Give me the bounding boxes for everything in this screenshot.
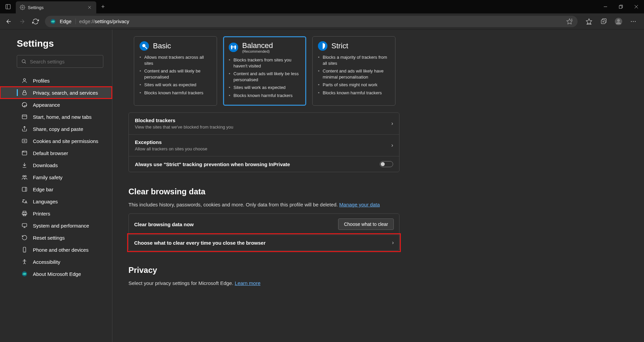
sidebar-item-start-home-and-new-tabs[interactable]: Start, home, and new tabs bbox=[0, 111, 112, 123]
chevron-right-icon: › bbox=[392, 240, 394, 246]
lock-icon bbox=[21, 90, 28, 96]
printer-icon bbox=[21, 210, 28, 216]
svg-point-25 bbox=[23, 79, 25, 81]
svg-rect-40 bbox=[23, 214, 26, 216]
manage-data-link[interactable]: Manage your data bbox=[339, 202, 380, 207]
collections-button[interactable] bbox=[597, 15, 610, 28]
clear-data-heading: Clear browsing data bbox=[128, 187, 644, 196]
sidebar-item-phone-and-other-devices[interactable]: Phone and other devices bbox=[0, 244, 112, 256]
svg-point-21 bbox=[633, 21, 634, 22]
edgebar-icon bbox=[21, 186, 28, 192]
sidebar-item-label: Reset settings bbox=[33, 235, 65, 241]
tracking-card-basic[interactable]: BasicAllows most trackers across all sit… bbox=[134, 36, 217, 106]
family-icon bbox=[21, 174, 28, 180]
sidebar-item-privacy-search-and-services[interactable]: Privacy, search, and services bbox=[0, 87, 112, 99]
close-tab-icon[interactable] bbox=[87, 5, 92, 10]
learn-more-link[interactable]: Learn more bbox=[235, 280, 261, 286]
sidebar-item-edge-bar[interactable]: Edge bar bbox=[0, 183, 112, 195]
svg-point-46 bbox=[24, 259, 25, 260]
maximize-button[interactable] bbox=[613, 0, 629, 13]
svg-rect-36 bbox=[22, 187, 27, 191]
language-icon bbox=[21, 198, 28, 204]
svg-rect-41 bbox=[22, 224, 27, 227]
svg-point-23 bbox=[22, 60, 25, 63]
gear-icon bbox=[20, 5, 25, 10]
menu-button[interactable] bbox=[627, 15, 640, 28]
sidebar-item-printers[interactable]: Printers bbox=[0, 207, 112, 219]
tracking-card-strict[interactable]: StrictBlocks a majority of trackers from… bbox=[312, 36, 395, 106]
sidebar-item-label: Appearance bbox=[33, 102, 60, 108]
sidebar-item-label: Edge bar bbox=[33, 187, 53, 192]
address-bar[interactable]: Edge edge://settings/privacy bbox=[45, 16, 578, 27]
clear-on-close-row[interactable]: Choose what to clear every time you clos… bbox=[129, 235, 399, 250]
sidebar-item-label: Family safety bbox=[33, 175, 62, 180]
choose-what-to-clear-button[interactable]: Choose what to clear bbox=[338, 218, 394, 230]
privacy-desc: Select your privacy settings for Microso… bbox=[128, 280, 644, 286]
addr-url: edge://settings/privacy bbox=[79, 18, 129, 24]
svg-marker-10 bbox=[567, 18, 573, 24]
svg-rect-26 bbox=[23, 92, 26, 95]
cookie-icon bbox=[21, 138, 28, 144]
new-tab-button[interactable]: + bbox=[96, 0, 110, 13]
profile-button[interactable] bbox=[612, 15, 625, 28]
settings-heading: Settings bbox=[0, 38, 112, 55]
settings-search-input[interactable] bbox=[30, 59, 99, 64]
browser-icon bbox=[21, 150, 28, 156]
favorite-star-icon[interactable] bbox=[566, 18, 573, 25]
sidebar-item-label: Phone and other devices bbox=[33, 247, 89, 253]
card-icon bbox=[229, 43, 238, 52]
sidebar-item-label: Accessibility bbox=[33, 259, 60, 265]
svg-rect-33 bbox=[22, 151, 27, 155]
sidebar-item-label: Start, home, and new tabs bbox=[33, 114, 92, 120]
blocked-trackers-row[interactable]: Blocked trackers View the sites that we'… bbox=[129, 113, 399, 135]
sidebar-item-label: System and performance bbox=[33, 223, 89, 229]
refresh-button[interactable] bbox=[29, 15, 42, 28]
sidebar-item-default-browser[interactable]: Default browser bbox=[0, 147, 112, 159]
profile-icon bbox=[21, 78, 28, 84]
favorites-button[interactable] bbox=[582, 15, 596, 28]
back-button[interactable] bbox=[2, 15, 15, 28]
sidebar-item-system-and-performance[interactable]: System and performance bbox=[0, 219, 112, 232]
sidebar-item-accessibility[interactable]: Accessibility bbox=[0, 256, 112, 268]
sidebar-item-label: Share, copy and paste bbox=[33, 126, 83, 132]
sidebar-item-cookies-and-site-permissions[interactable]: Cookies and site permissions bbox=[0, 135, 112, 147]
svg-line-24 bbox=[25, 62, 26, 63]
search-icon bbox=[21, 59, 26, 64]
sidebar-item-label: Downloads bbox=[33, 162, 58, 168]
sidebar-item-profiles[interactable]: Profiles bbox=[0, 75, 112, 87]
reset-icon bbox=[21, 235, 28, 241]
sidebar-item-languages[interactable]: Languages bbox=[0, 195, 112, 207]
minimize-button[interactable] bbox=[598, 0, 613, 13]
window-icon bbox=[21, 114, 28, 120]
tracking-panel: Blocked trackers View the sites that we'… bbox=[128, 112, 399, 172]
edge-icon bbox=[21, 271, 28, 277]
sidebar-item-about-microsoft-edge[interactable]: About Microsoft Edge bbox=[0, 268, 112, 280]
svg-point-35 bbox=[25, 176, 26, 177]
clear-now-row: Clear browsing data now Choose what to c… bbox=[129, 214, 399, 235]
sidebar-item-downloads[interactable]: Downloads bbox=[0, 159, 112, 171]
phone-icon bbox=[21, 247, 28, 253]
sidebar-item-share-copy-and-paste[interactable]: Share, copy and paste bbox=[0, 123, 112, 135]
system-icon bbox=[21, 223, 28, 229]
close-window-button[interactable] bbox=[629, 0, 644, 13]
forward-button[interactable] bbox=[15, 15, 29, 28]
sidebar-item-reset-settings[interactable]: Reset settings bbox=[0, 232, 112, 244]
settings-search[interactable] bbox=[17, 55, 103, 68]
sidebar-item-appearance[interactable]: Appearance bbox=[0, 99, 112, 111]
svg-point-2 bbox=[22, 7, 23, 8]
tracking-card-balanced[interactable]: Balanced(Recommended)Blocks trackers fro… bbox=[223, 36, 306, 106]
exceptions-row[interactable]: Exceptions Allow all trackers on sites y… bbox=[129, 135, 399, 156]
svg-rect-6 bbox=[619, 6, 622, 8]
sidebar-item-label: Printers bbox=[33, 211, 50, 216]
browser-tab[interactable]: Settings bbox=[16, 1, 96, 13]
chevron-right-icon: › bbox=[391, 120, 393, 127]
strict-inprivate-toggle[interactable] bbox=[380, 161, 393, 167]
share-icon bbox=[21, 126, 28, 132]
svg-point-19 bbox=[617, 19, 620, 22]
tab-title: Settings bbox=[28, 5, 44, 10]
settings-sidebar: Settings ProfilesPrivacy, search, and se… bbox=[0, 30, 112, 342]
tab-actions-button[interactable] bbox=[0, 0, 16, 13]
sidebar-item-family-safety[interactable]: Family safety bbox=[0, 171, 112, 183]
sidebar-item-label: Languages bbox=[33, 199, 58, 204]
titlebar: Settings + bbox=[0, 0, 644, 13]
